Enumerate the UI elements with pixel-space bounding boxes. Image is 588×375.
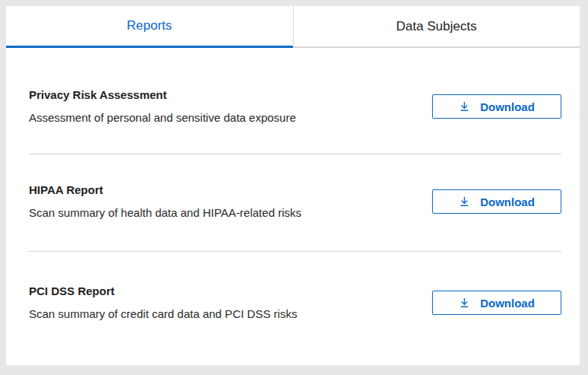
- download-icon: [459, 101, 470, 113]
- tab-reports[interactable]: Reports: [6, 6, 293, 48]
- report-description: Scan summary of credit card data and PCI…: [29, 307, 297, 322]
- report-row-privacy-risk: Privacy Risk Assessment Assessment of pe…: [29, 48, 561, 154]
- download-icon: [459, 196, 470, 208]
- report-title: HIPAA Report: [29, 183, 301, 198]
- download-button-privacy-risk[interactable]: Download: [432, 94, 561, 119]
- tab-bar: Reports Data Subjects: [6, 6, 580, 48]
- download-icon: [459, 297, 470, 309]
- download-button-label: Download: [480, 297, 535, 310]
- download-button-hipaa[interactable]: Download: [432, 189, 561, 214]
- report-description: Scan summary of health data and HIPAA-re…: [29, 205, 301, 221]
- report-title: Privacy Risk Assessment: [29, 87, 296, 103]
- tab-data-subjects-label: Data Subjects: [396, 19, 477, 34]
- report-info: Privacy Risk Assessment Assessment of pe…: [29, 87, 296, 126]
- report-info: PCI DSS Report Scan summary of credit ca…: [29, 284, 297, 322]
- report-info: HIPAA Report Scan summary of health data…: [29, 183, 301, 221]
- reports-list: Privacy Risk Assessment Assessment of pe…: [6, 48, 580, 365]
- report-description: Assessment of personal and sensitive dat…: [29, 110, 296, 126]
- reports-panel: Reports Data Subjects Privacy Risk Asses…: [6, 6, 580, 365]
- download-button-pci-dss[interactable]: Download: [432, 291, 561, 315]
- report-title: PCI DSS Report: [29, 284, 297, 299]
- app-window: Reports Data Subjects Privacy Risk Asses…: [0, 0, 588, 375]
- tab-data-subjects[interactable]: Data Subjects: [293, 6, 580, 48]
- report-row-hipaa: HIPAA Report Scan summary of health data…: [29, 154, 561, 251]
- download-button-label: Download: [480, 195, 535, 208]
- tab-reports-label: Reports: [126, 18, 172, 33]
- download-button-label: Download: [480, 100, 535, 113]
- report-row-pci-dss: PCI DSS Report Scan summary of credit ca…: [29, 252, 561, 352]
